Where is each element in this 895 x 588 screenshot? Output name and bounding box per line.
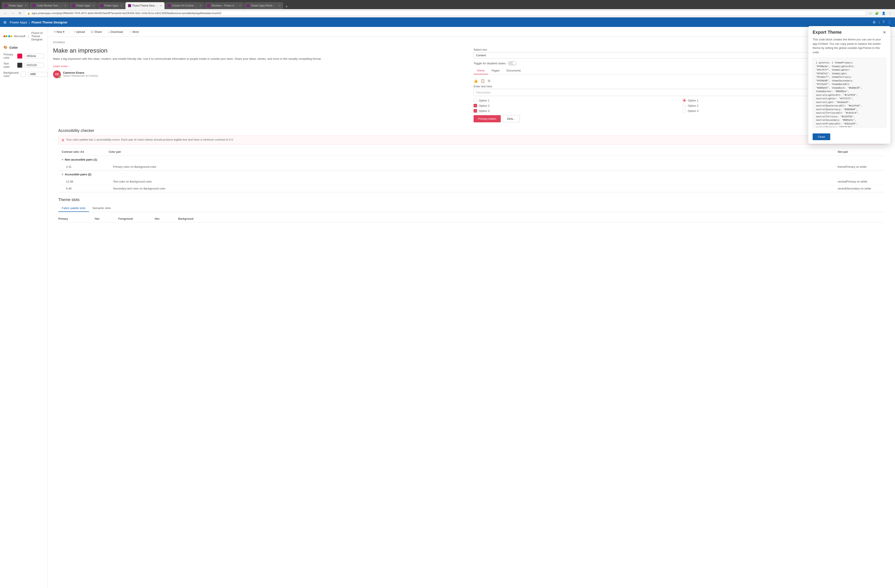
color-section-title: 🎨 Color	[3, 45, 44, 49]
new-tab-button[interactable]: +	[284, 5, 290, 9]
pivot-home[interactable]: Home	[473, 67, 488, 74]
tab-close-8[interactable]: ✕	[279, 5, 281, 7]
text-color-swatch[interactable]	[17, 62, 23, 68]
extensions-button[interactable]: 🧩	[874, 11, 880, 16]
primary-button[interactable]: Primary button	[473, 115, 501, 122]
learn-more-link[interactable]: Learn more ›	[53, 65, 469, 68]
download-button[interactable]: ↓ Download	[105, 29, 126, 35]
accessible-header[interactable]: ▾ Accessible pairs (2)	[58, 171, 884, 178]
ms-sq-blue	[8, 35, 10, 37]
share-button[interactable]: ⬡ Share	[88, 29, 105, 35]
back-button[interactable]: ←	[3, 11, 8, 15]
radio-2[interactable]	[683, 104, 686, 108]
sidebar-subtitle: Fluent UI Theme Designer	[31, 31, 44, 41]
new-button[interactable]: + New ▾	[51, 29, 67, 35]
copy-icon[interactable]: 📋	[481, 79, 485, 83]
help-icon[interactable]: ?	[883, 20, 884, 24]
url-box[interactable]: 🔒 apps.powerapps.com/play/2f6b0e93-7676-…	[24, 11, 866, 16]
tab-label-2: Code Review Tool Experim...	[37, 4, 62, 7]
pivot-pages-label: Pages	[491, 69, 500, 72]
tab-5-active[interactable]: Fluent Theme Designer - ... ✕	[125, 2, 165, 9]
tab-7[interactable]: Reviews – Power Apps ✕	[205, 2, 244, 9]
tab-1[interactable]: Power Apps ✕	[2, 2, 29, 9]
avatar-title: Senior Researcher at Contoso	[63, 74, 98, 77]
background-color-swatch[interactable]	[21, 72, 26, 77]
acc-row1-ratio: 12.98	[66, 180, 109, 183]
primary-color-swatch[interactable]	[17, 53, 23, 59]
pivot-documents-label: Documents	[507, 69, 521, 72]
download-label: Download	[111, 30, 123, 33]
sidebar-sep: |	[28, 35, 29, 38]
checkbox-3[interactable]: ✓	[473, 109, 477, 112]
checkbox-1[interactable]	[473, 99, 477, 102]
checkbox-item-3[interactable]: ✓ Option 3	[473, 109, 681, 112]
export-panel-header: Export Theme ✕	[808, 26, 890, 35]
user-avatar[interactable]: 👤	[887, 20, 892, 24]
code-block[interactable]: { palette: { themePrimary: "#f00e4a", th…	[813, 58, 886, 127]
text-color-input[interactable]	[24, 63, 44, 68]
default-button[interactable]: Defa...	[502, 115, 520, 122]
avatar-info: Cameron Evans Senior Researcher at Conto…	[63, 71, 98, 77]
theme-tab-semantic[interactable]: Semantic slots	[89, 205, 114, 212]
non-accessible-header[interactable]: ▾ Non accessible pairs (1)	[58, 156, 884, 164]
tab-2[interactable]: Code Review Tool Experim... ✕	[30, 2, 69, 9]
tab-favicon	[5, 4, 8, 7]
checkbox-item-1[interactable]: Option 1	[473, 99, 681, 102]
tab-close-5[interactable]: ✕	[160, 5, 162, 7]
menu-button[interactable]: ⋮	[887, 11, 892, 16]
profile-button[interactable]: 👤	[881, 11, 886, 16]
primary-color-input[interactable]	[24, 54, 44, 58]
toggle-knob[interactable]	[508, 61, 516, 65]
color-section-icon: 🎨	[3, 45, 8, 49]
grid-icon[interactable]: ⊞	[3, 20, 6, 24]
export-panel-footer: Close	[808, 131, 890, 144]
background-color-input[interactable]	[28, 72, 48, 77]
more-button[interactable]: ··· More	[126, 29, 141, 35]
tab-8[interactable]: Power Apps Review Tool ... ✕	[244, 2, 283, 9]
tab-close-3[interactable]: ✕	[93, 5, 94, 7]
radio-3[interactable]	[683, 109, 686, 112]
tab-3[interactable]: Power Apps ✕	[69, 2, 97, 9]
ms-logo	[3, 35, 12, 37]
tab-6[interactable]: Creator Kit Control Refere... ✕	[165, 2, 204, 9]
tab-bar: Power Apps ✕ Code Review Tool Experim...…	[0, 0, 895, 9]
table-header: Contrast ratio: AA Color pair Slot pair	[58, 148, 884, 156]
tab-close[interactable]: ✕	[25, 5, 27, 7]
upload-icon: ↑	[73, 30, 75, 33]
tab-close-7[interactable]: ✕	[239, 5, 241, 7]
export-panel: Export Theme ✕ This code block creates t…	[808, 26, 890, 144]
settings-icon[interactable]: ⚙	[872, 20, 876, 24]
pivot-documents[interactable]: Documents	[503, 67, 525, 74]
tab-close-4[interactable]: ✕	[120, 5, 122, 7]
tab-label-6: Creator Kit Control Refere...	[172, 4, 197, 7]
tab-4[interactable]: Power Apps ✕	[97, 2, 125, 9]
breadcrumb-current[interactable]: Fluent Theme Designer	[32, 20, 68, 24]
card-body: Make a big impression with this clean, m…	[53, 57, 469, 61]
color-row-background: Background color	[3, 71, 44, 77]
tab-close-2[interactable]: ✕	[64, 5, 66, 7]
forward-button[interactable]: →	[10, 11, 16, 15]
reload-button[interactable]: ↻	[17, 11, 23, 15]
checkbox-item-2[interactable]: ✓ Option 2	[473, 104, 681, 108]
theme-tab-fabric[interactable]: Fabric palette slots	[58, 205, 89, 212]
breadcrumb-root[interactable]: Power Apps	[10, 20, 27, 24]
checkbox-3-label: Option 3	[479, 109, 490, 112]
like-icon[interactable]: 👍	[473, 79, 478, 83]
radio-1[interactable]	[683, 99, 686, 102]
sidebar-logo-text: Microsoft	[14, 35, 26, 38]
pivot-pages[interactable]: Pages	[488, 67, 503, 74]
theme-tab-fabric-label: Fabric palette slots	[62, 206, 85, 210]
settings2-icon[interactable]: ⚙	[487, 79, 490, 83]
tab-favicon-8	[247, 4, 250, 7]
tab-close-6[interactable]: ✕	[200, 5, 202, 7]
checkbox-2[interactable]: ✓	[473, 104, 477, 108]
download-icon[interactable]: ↓	[878, 20, 880, 24]
export-close-button[interactable]: Close	[813, 133, 830, 140]
upload-button[interactable]: ↑ Upload	[71, 29, 87, 35]
bookmark-button[interactable]: ☆	[868, 11, 873, 16]
accessible-chevron: ▾	[62, 173, 63, 176]
non-accessible-row-1: 4.31 Primary color on Background color t…	[58, 164, 884, 170]
slot-col-hex1: Hex	[95, 217, 117, 220]
stories-area: STORIES Make an impression Make a big im…	[48, 37, 895, 227]
export-panel-close-x[interactable]: ✕	[883, 30, 886, 35]
